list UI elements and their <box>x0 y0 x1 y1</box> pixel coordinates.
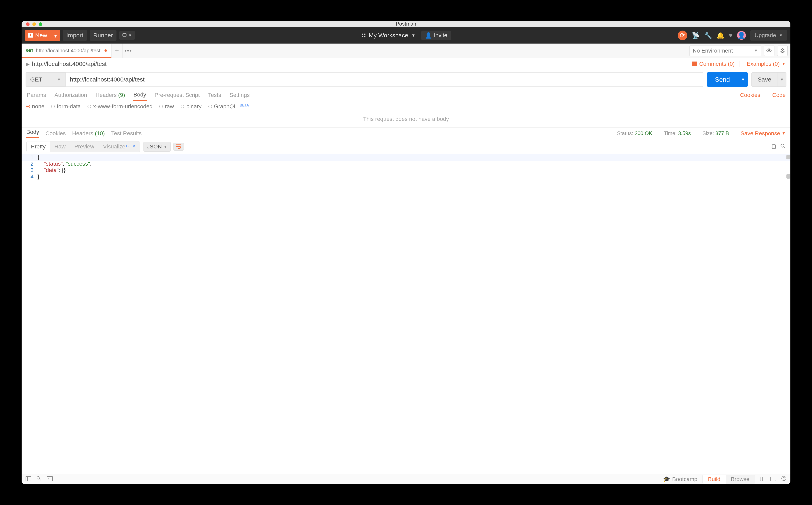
tab-tests[interactable]: Tests <box>208 90 221 101</box>
two-pane-button[interactable] <box>760 476 765 482</box>
tab-settings[interactable]: Settings <box>229 90 250 101</box>
tab-body[interactable]: Body <box>133 89 147 101</box>
svg-line-4 <box>784 147 785 148</box>
seg-visualize[interactable]: VisualizeBETA <box>99 141 140 152</box>
console-button[interactable] <box>47 476 53 482</box>
view-mode-segmented: Pretty Raw Preview VisualizeBETA <box>26 141 140 152</box>
send-dropdown[interactable]: ▼ <box>738 72 748 87</box>
workspace-selector[interactable]: My Workspace ▼ <box>362 32 416 39</box>
tab-title: http://localhost:4000/api/test <box>36 47 101 54</box>
search-response-button[interactable] <box>780 143 786 150</box>
browse-tab[interactable]: Browse <box>726 475 755 484</box>
wrench-icon[interactable]: 🔧 <box>704 31 712 39</box>
upgrade-label: Upgrade <box>755 32 776 38</box>
wrap-lines-button[interactable] <box>173 143 184 151</box>
keyboard-shortcuts-button[interactable] <box>771 476 776 482</box>
send-button[interactable]: Send <box>707 72 738 87</box>
response-tab-test-results[interactable]: Test Results <box>111 130 142 137</box>
body-empty-message: This request does not have a body <box>22 112 790 128</box>
code-line-4: } <box>37 173 39 180</box>
satellite-icon[interactable]: 📡 <box>692 31 700 39</box>
svg-point-7 <box>37 476 40 479</box>
seg-pretty[interactable]: Pretty <box>27 141 50 152</box>
response-tab-cookies[interactable]: Cookies <box>45 130 66 137</box>
bell-icon[interactable]: 🔔 <box>716 31 724 39</box>
svg-line-8 <box>39 479 41 480</box>
copy-icon <box>771 143 776 149</box>
svg-point-3 <box>781 144 784 147</box>
language-selector[interactable]: JSON ▼ <box>143 142 171 152</box>
sync-button[interactable]: ⟳ <box>678 31 687 40</box>
build-browse-toggle[interactable]: Build Browse <box>702 475 755 484</box>
method-selector[interactable]: GET ▼ <box>26 72 65 87</box>
save-button[interactable]: Save <box>752 72 778 87</box>
status-bar: 🎓 Bootcamp Build Browse ? <box>22 474 790 484</box>
seg-preview[interactable]: Preview <box>70 141 99 152</box>
tab-authorization[interactable]: Authorization <box>54 90 87 101</box>
tab-params[interactable]: Params <box>26 90 46 101</box>
upgrade-button[interactable]: Upgrade ▼ <box>750 30 787 40</box>
comments-link[interactable]: Comments (0) <box>692 61 735 67</box>
open-new-dropdown[interactable]: ▼ <box>119 31 135 40</box>
body-type-radios: none form-data x-www-form-urlencoded raw… <box>22 101 790 112</box>
toggle-sidebar-button[interactable] <box>26 476 31 482</box>
close-window-icon[interactable] <box>26 22 30 26</box>
top-toolbar: New ▼ Import Runner ▼ My Workspace ▼ 👤 I… <box>22 27 790 43</box>
response-tab-body[interactable]: Body <box>26 129 39 138</box>
search-icon <box>36 476 41 481</box>
help-button[interactable]: ? <box>781 476 786 482</box>
save-dropdown[interactable]: ▼ <box>778 72 786 87</box>
plus-icon <box>28 33 33 37</box>
panel-icon <box>26 476 31 481</box>
tab-options-button[interactable]: ••• <box>123 43 134 58</box>
comment-icon <box>692 61 697 66</box>
code-line-3: "data": {} <box>37 167 65 173</box>
new-button[interactable]: New <box>25 30 51 41</box>
user-avatar[interactable]: 👤 <box>737 31 746 40</box>
maximize-window-icon[interactable] <box>39 22 42 26</box>
tab-prerequest[interactable]: Pre-request Script <box>154 90 200 101</box>
radio-binary[interactable]: binary <box>181 103 201 110</box>
environment-preview-button[interactable]: 👁 <box>764 45 775 56</box>
url-input[interactable] <box>65 72 703 87</box>
minimize-window-icon[interactable] <box>32 22 36 26</box>
request-tab[interactable]: GET http://localhost:4000/api/test <box>22 44 112 58</box>
invite-button[interactable]: 👤 Invite <box>422 31 451 40</box>
svg-rect-2 <box>772 145 776 149</box>
bootcamp-link[interactable]: 🎓 Bootcamp <box>663 476 697 482</box>
console-icon <box>47 476 53 481</box>
radio-formdata[interactable]: form-data <box>51 103 81 110</box>
request-name[interactable]: http://localhost:4000/api/test <box>32 60 107 67</box>
radio-raw[interactable]: raw <box>159 103 174 110</box>
code-link[interactable]: Code <box>772 92 786 98</box>
import-button[interactable]: Import <box>63 30 87 41</box>
add-tab-button[interactable]: + <box>112 43 123 58</box>
radio-none[interactable]: none <box>26 103 44 110</box>
radio-graphql[interactable]: GraphQLBETA <box>208 103 249 110</box>
copy-response-button[interactable] <box>771 143 776 150</box>
eye-icon: 👁 <box>766 47 772 54</box>
request-section-tabs: Params Authorization Headers (9) Body Pr… <box>22 89 790 101</box>
graduation-icon: 🎓 <box>663 476 670 482</box>
response-tab-headers[interactable]: Headers (10) <box>72 130 105 137</box>
heart-icon[interactable]: ♥ <box>729 32 733 39</box>
svg-rect-5 <box>26 476 31 481</box>
build-tab[interactable]: Build <box>703 475 725 484</box>
environment-label: No Environment <box>693 47 733 54</box>
environment-settings-button[interactable]: ⚙ <box>777 45 788 56</box>
save-response-link[interactable]: Save Response ▼ <box>741 130 786 137</box>
new-dropdown[interactable]: ▼ <box>51 30 60 41</box>
expand-icon[interactable]: ▸ <box>26 60 30 68</box>
tabs-bar: GET http://localhost:4000/api/test + •••… <box>22 43 790 58</box>
find-button[interactable] <box>36 476 41 482</box>
environment-selector[interactable]: No Environment ▼ <box>689 45 761 56</box>
cookies-link[interactable]: Cookies <box>740 92 760 98</box>
radio-xwww[interactable]: x-www-form-urlencoded <box>88 103 152 110</box>
comments-label: Comments (0) <box>699 61 735 67</box>
person-add-icon: 👤 <box>425 32 432 39</box>
tab-headers[interactable]: Headers (9) <box>95 90 126 101</box>
response-body-viewer[interactable]: 1{ 2 "status": "success", 3 "data": {} 4… <box>22 154 790 474</box>
runner-button[interactable]: Runner <box>90 30 117 41</box>
seg-raw[interactable]: Raw <box>50 141 70 152</box>
examples-link[interactable]: Examples (0) ▼ <box>747 61 786 67</box>
